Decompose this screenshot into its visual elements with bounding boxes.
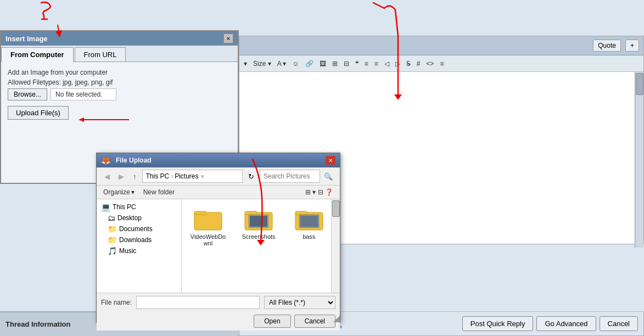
file-scrollbar-thumb — [332, 200, 340, 217]
folder-bass[interactable]: bass — [287, 204, 331, 249]
toolbar-indent-more[interactable]: ▷ — [393, 59, 402, 69]
toolbar-hash[interactable]: # — [415, 59, 423, 69]
folder-icon-screenshots — [244, 206, 273, 232]
go-advanced-button[interactable]: Go Advanced — [536, 316, 596, 331]
back-button[interactable]: ◀ — [101, 171, 113, 182]
music-icon: 🎵 — [108, 247, 117, 255]
file-name-input[interactable] — [136, 296, 260, 309]
view-icons-button[interactable]: ⊞ ▾ ⊟ ❓ — [303, 187, 335, 197]
tab-from-url[interactable]: From URL — [75, 47, 126, 61]
cancel-button[interactable]: Cancel — [600, 316, 638, 331]
scrollbar-thumb — [636, 73, 643, 95]
crumb-pictures[interactable]: Pictures — [175, 172, 198, 180]
file-cancel-button[interactable]: Cancel — [294, 315, 335, 328]
tab-from-computer[interactable]: From Computer — [1, 47, 74, 62]
file-browse-row: Browse... No file selected. — [8, 88, 231, 100]
file-scrollbar[interactable] — [331, 199, 340, 293]
dialog-desc-line1: Add an Image from your computer — [8, 69, 231, 76]
toolbar-ol[interactable]: ≡ — [362, 59, 371, 69]
toolbar-dropdown[interactable]: ▾ — [242, 59, 249, 69]
toolbar-font[interactable]: A ▾ — [275, 59, 289, 69]
toolbar-ul[interactable]: ≡ — [372, 59, 380, 69]
tree-label-music: Music — [119, 247, 136, 255]
browse-button[interactable]: Browse... — [8, 88, 47, 100]
file-toolbar: Organize ▾ New folder ⊞ ▾ ⊟ ❓ — [97, 186, 340, 199]
dialog-body: Add an Image from your computer Allowed … — [1, 62, 238, 126]
documents-icon: 📁 — [108, 225, 117, 233]
organize-button[interactable]: Organize ▾ — [101, 187, 137, 197]
tree-item-music[interactable]: 🎵 Music — [97, 245, 181, 256]
editor-scrollbar[interactable] — [635, 72, 643, 248]
file-tree-panel: 💻 This PC 🗂 Desktop 📁 Documents 📁 Downlo… — [97, 199, 182, 293]
toolbar-strikethrough[interactable]: S̶ — [404, 59, 413, 69]
firefox-icon: 🦊 — [101, 156, 110, 165]
downloads-icon: 📁 — [108, 236, 117, 244]
open-button[interactable]: Open — [254, 315, 290, 328]
tree-item-desktop[interactable]: 🗂 Desktop — [97, 212, 181, 223]
editor-top-toolbar: Quote + — [239, 36, 643, 55]
dialog-title-bar: Insert Image × — [1, 31, 238, 46]
toolbar-table[interactable]: ⊞ — [330, 59, 340, 69]
no-file-label: No file selected. — [51, 88, 116, 100]
reply-plus-button[interactable]: + — [625, 40, 639, 52]
folder-label-screenshots: Screenshots — [242, 233, 275, 240]
file-upload-dialog: 🦊 File Upload ✕ ◀ ▶ ↑ This PC › Pictures… — [96, 153, 340, 323]
search-input[interactable] — [260, 170, 320, 183]
toolbar-size[interactable]: Size ▾ — [251, 59, 273, 69]
tree-item-downloads[interactable]: 📁 Downloads — [97, 234, 181, 245]
toolbar-code[interactable]: <> — [424, 59, 436, 69]
toolbar-smiley[interactable]: ☺ — [290, 59, 301, 69]
editor-format-toolbar: ▾ Size ▾ A ▾ ☺ 🔗 🖼 ⊞ ⊟ ❝ ≡ ≡ ◁ ▷ S̶ # <>… — [239, 55, 643, 72]
up-button[interactable]: ↑ — [130, 171, 140, 182]
post-quick-reply-button[interactable]: Post Quick Reply — [462, 316, 534, 331]
toolbar-link[interactable]: 🔗 — [303, 59, 316, 69]
toolbar-indent-less[interactable]: ◁ — [382, 59, 391, 69]
svg-rect-7 — [295, 211, 307, 215]
file-action-buttons: Open Cancel — [97, 312, 340, 331]
desktop-icon: 🗂 — [108, 214, 115, 222]
toolbar-img[interactable]: 🖼 — [317, 59, 328, 69]
search-button[interactable]: 🔍 — [321, 171, 335, 182]
search-bar: 🔍 — [260, 170, 335, 183]
tree-item-this-pc[interactable]: 💻 This PC — [97, 201, 181, 212]
tree-label-downloads: Downloads — [119, 236, 152, 244]
toolbar-quote[interactable]: ❝ — [353, 59, 361, 69]
folder-icon-bass — [295, 206, 323, 232]
quote-button[interactable]: Quote — [593, 40, 621, 52]
folder-videowebdownl[interactable]: VideoWebDownl — [186, 204, 230, 249]
dialog-tabs: From Computer From URL — [1, 46, 238, 62]
svg-rect-0 — [194, 212, 222, 230]
toolbar-grid[interactable]: ⊟ — [341, 59, 351, 69]
refresh-button[interactable]: ↻ — [245, 171, 257, 182]
file-upload-nav: ◀ ▶ ↑ This PC › Pictures ▾ ↻ 🔍 — [97, 167, 340, 186]
file-content-area: 💻 This PC 🗂 Desktop 📁 Documents 📁 Downlo… — [97, 199, 340, 293]
svg-rect-3 — [245, 211, 257, 215]
folder-label-bass: bass — [303, 233, 315, 240]
file-main-panel: VideoWebDownl Screenshots — [182, 199, 340, 293]
resize-handle[interactable] — [333, 316, 340, 322]
file-name-label: File name: — [101, 299, 132, 306]
address-breadcrumb: This PC › Pictures ▾ — [142, 170, 243, 183]
this-pc-icon: 💻 — [101, 203, 110, 211]
tree-label-desktop: Desktop — [117, 214, 142, 222]
titlebar-close-button[interactable]: ✕ — [326, 156, 335, 165]
file-type-select[interactable]: All Files (*.*) Images (*.jpg, *.png, *.… — [264, 296, 335, 309]
organize-arrow: ▾ — [131, 188, 135, 196]
svg-rect-5 — [250, 216, 267, 227]
file-upload-title: File Upload — [116, 156, 152, 164]
crumb-dropdown[interactable]: ▾ — [201, 173, 204, 180]
file-bottom-bar: File name: All Files (*.*) Images (*.jpg… — [97, 293, 340, 312]
dialog-desc-line2: Allowed Filetypes: jpg, jpeg, png, gif — [8, 79, 231, 86]
toolbar-align[interactable]: ≡ — [438, 59, 446, 69]
folder-label-videowebdownl: VideoWebDownl — [188, 233, 228, 247]
new-folder-button[interactable]: New folder — [141, 187, 177, 197]
upload-files-button[interactable]: Upload File(s) — [8, 106, 69, 120]
forward-button[interactable]: ▶ — [115, 171, 127, 182]
svg-rect-1 — [194, 211, 206, 215]
dialog-title: Insert Image — [5, 35, 48, 43]
crumb-sep1: › — [171, 172, 173, 180]
tree-item-documents[interactable]: 📁 Documents — [97, 223, 181, 234]
folder-screenshots[interactable]: Screenshots — [237, 204, 281, 249]
dialog-close-button[interactable]: × — [223, 33, 233, 43]
crumb-this-pc[interactable]: This PC — [146, 172, 170, 180]
